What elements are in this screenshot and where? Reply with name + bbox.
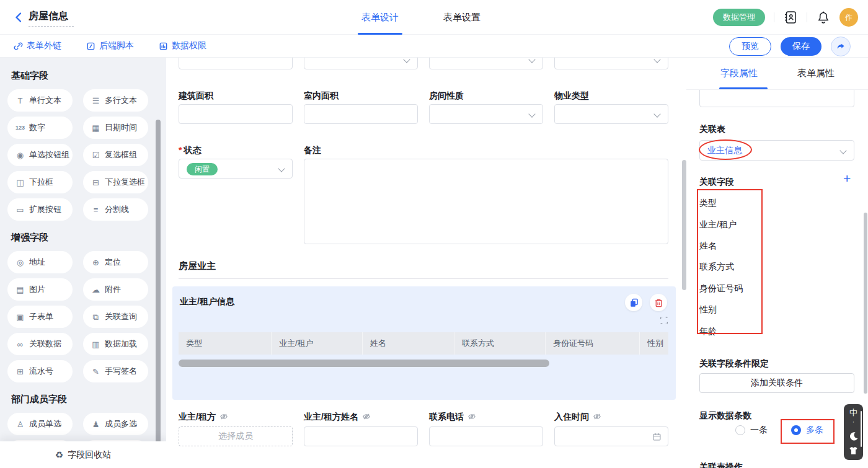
palette-item-multi-select[interactable]: ⊟下拉复选框 — [83, 171, 148, 193]
palette-item-signature[interactable]: ✎手写签名 — [83, 360, 148, 382]
palette-scrollbar[interactable] — [156, 120, 161, 468]
palette-item-datetime[interactable]: ▦日期时间 — [83, 117, 148, 139]
delete-button[interactable] — [650, 294, 667, 311]
form-input-partial[interactable] — [179, 58, 293, 69]
related-table-select[interactable]: 业主信息 — [699, 140, 854, 161]
palette-item-radio-group[interactable]: ◉单选按钮组 — [7, 144, 73, 166]
back-button[interactable] — [12, 11, 25, 24]
avatar[interactable]: 作 — [839, 8, 858, 27]
palette-item-location[interactable]: ⊕定位 — [83, 251, 148, 273]
image-icon: ▤ — [16, 286, 25, 294]
chevron-down-icon — [278, 165, 285, 172]
radio-selected-icon — [791, 425, 801, 435]
panel-scrollbar[interactable] — [864, 213, 867, 394]
related-field-item[interactable]: 联系方式 — [699, 257, 823, 278]
palette-item-single-line-text[interactable]: T单行文本 — [7, 89, 73, 112]
copy-button[interactable] — [625, 294, 642, 311]
field-recycle-bin[interactable]: ♻ 字段回收站 — [0, 441, 166, 468]
palette-item-serial-number[interactable]: ⊞流水号 — [7, 360, 73, 382]
related-field-item[interactable]: 姓名 — [699, 236, 823, 257]
palette-item-relation-data[interactable]: ∞关联数据 — [7, 333, 73, 355]
data-manage-button[interactable]: 数据管理 — [713, 9, 765, 26]
field-label-owner-name: 业主/租方姓名 — [304, 412, 371, 422]
indoor-area-input[interactable] — [304, 104, 418, 124]
palette-item-member-single[interactable]: ♙成员单选 — [7, 413, 73, 435]
related-field-item[interactable]: 业主/租户 — [699, 214, 823, 235]
recycle-icon: ♻ — [55, 449, 63, 461]
number-icon: 123 — [16, 125, 25, 131]
moon-icon[interactable] — [849, 431, 859, 441]
language-toggle[interactable]: 中 — [849, 408, 857, 417]
save-button[interactable]: 保存 — [781, 37, 822, 56]
palette-item-attachment[interactable]: ☁附件 — [83, 278, 148, 301]
radio-option-multiple[interactable]: 多条 — [791, 425, 823, 436]
divider — [807, 12, 807, 22]
share-arrow-icon — [836, 42, 846, 52]
language-toggle-sub[interactable]: ʼ — [853, 422, 854, 426]
member-picker[interactable]: 选择成员 — [179, 426, 293, 446]
palette-item-image[interactable]: ▤图片 — [7, 278, 73, 301]
shirt-icon[interactable] — [849, 446, 858, 455]
tab-field-properties[interactable]: 字段属性 — [720, 68, 758, 79]
phone-input[interactable] — [429, 426, 543, 446]
building-area-input[interactable] — [179, 104, 293, 124]
palette-item-select[interactable]: ◫下拉框 — [7, 171, 73, 193]
palette-item-divider[interactable]: ≡分割线 — [83, 198, 148, 221]
related-field-item[interactable]: 身份证号码 — [699, 278, 823, 299]
palette-item-data-load[interactable]: ▥数据加载 — [83, 333, 148, 355]
form-toolbar: 表单外链 后端脚本 数据权限 预览 保存 — [0, 35, 868, 58]
palette-item-extend-button[interactable]: ▭扩展按钮 — [7, 198, 73, 221]
palette-item-checkbox-group[interactable]: ☑复选框组 — [83, 144, 148, 166]
palette-item-multi-line-text[interactable]: ☰多行文本 — [83, 89, 148, 112]
form-select-partial[interactable] — [554, 58, 668, 69]
related-field-item[interactable]: 类型 — [699, 193, 823, 214]
bell-icon[interactable] — [816, 10, 831, 25]
field-label-property-type: 物业类型 — [554, 91, 589, 100]
chevron-down-icon — [839, 147, 846, 154]
add-field-button[interactable]: + — [843, 173, 851, 184]
status-tag: 闲置 — [187, 163, 218, 175]
page-title: 房屋信息 — [29, 10, 68, 23]
owner-name-input[interactable] — [304, 426, 418, 446]
data-permission-button[interactable]: 数据权限 — [159, 40, 206, 51]
form-external-link-button[interactable]: 表单外链 — [14, 40, 61, 51]
related-field-item[interactable]: 年龄 — [699, 320, 823, 342]
button-icon: ▭ — [16, 206, 25, 214]
palette-item-relation-query[interactable]: ⧉关联查询 — [83, 306, 148, 328]
tab-form-settings[interactable]: 表单设置 — [443, 0, 480, 35]
status-select[interactable]: 闲置 — [179, 159, 293, 179]
related-fields-label: 关联字段 — [699, 177, 734, 188]
palette-item-address[interactable]: ◎地址 — [7, 251, 73, 273]
multi-select-icon: ⊟ — [91, 179, 100, 187]
required-asterisk: * — [179, 145, 182, 155]
property-type-select[interactable] — [554, 104, 668, 124]
move-in-time-input[interactable] — [554, 426, 668, 446]
palette-item-member-multi[interactable]: ♟成员多选 — [83, 413, 148, 435]
add-condition-button[interactable]: 添加关联条件 — [699, 373, 854, 393]
radio-option-single[interactable]: 一条 — [735, 425, 768, 436]
permission-icon — [159, 42, 168, 51]
chevron-down-icon — [653, 58, 660, 63]
subform-widget-owner-tenant[interactable]: 业主/租户信息 类型 业主/租户 姓名 联系方式 身份证号码 性别 — [172, 286, 676, 400]
tab-form-design[interactable]: 表单设计 — [361, 0, 399, 35]
expand-icon[interactable] — [659, 316, 669, 325]
contact-book-icon[interactable] — [783, 10, 798, 25]
backend-script-button[interactable]: 后端脚本 — [86, 40, 134, 51]
panel-input-partial[interactable] — [699, 90, 854, 107]
form-select-partial[interactable] — [429, 58, 543, 69]
section-title-house-owner: 房屋业主 — [179, 260, 216, 272]
preview-button[interactable]: 预览 — [729, 37, 771, 56]
subform-horizontal-scrollbar[interactable] — [179, 360, 549, 367]
column-header-type: 类型 — [179, 332, 272, 355]
table-ops-label: 关联表操作 — [699, 462, 743, 468]
canvas-scrollbar[interactable] — [682, 160, 686, 290]
palette-item-subform[interactable]: ▣子表单 — [7, 306, 73, 328]
remark-textarea[interactable] — [304, 159, 668, 244]
form-select-partial[interactable] — [304, 58, 418, 69]
map-pin-icon: ◎ — [16, 258, 25, 267]
palette-item-number[interactable]: 123数字 — [7, 117, 73, 139]
tab-form-properties[interactable]: 表单属性 — [797, 68, 835, 79]
related-field-item[interactable]: 性别 — [699, 299, 823, 320]
share-button[interactable] — [831, 37, 851, 56]
room-nature-select[interactable] — [429, 104, 543, 124]
